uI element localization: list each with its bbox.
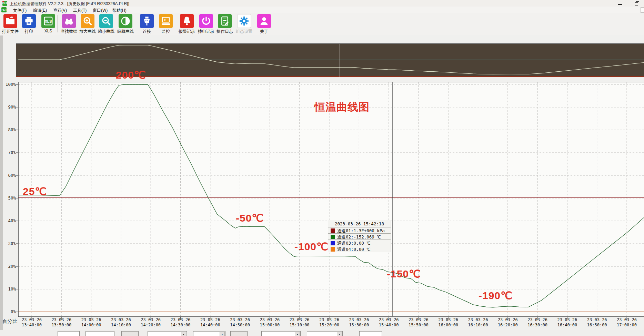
bottom-input-clipped[interactable] <box>359 331 382 336</box>
y-axis-tick-label: 0% <box>3 309 16 314</box>
app-window: PLR 上位机数据管理软件 V2.2.2.3 - [历史数据 [F:\PLR\2… <box>0 0 644 336</box>
about-icon <box>257 14 271 28</box>
x-axis-tick-label: 23-03-2615:30:00 <box>346 317 372 328</box>
toolbar-button-gear[interactable]: 组态设置 <box>234 14 254 34</box>
left-edge-strip <box>0 35 3 330</box>
x-axis-tick-label: 23-03-2614:00:00 <box>78 317 104 328</box>
x-axis-tick-label: 23-03-2615:20:00 <box>316 317 342 328</box>
x-axis-tick-label: 23-03-2616:30:00 <box>524 317 551 328</box>
toolbar-button-about[interactable]: 关于 <box>254 14 274 34</box>
toolbar-button-printer[interactable]: 打印 <box>19 14 39 34</box>
xls-icon: XLS <box>41 14 55 28</box>
y-axis-tick-label: 10% <box>3 286 16 292</box>
window-title: 上位机数据管理软件 V2.2.2.3 - [历史数据 [F:\PLR\23032… <box>10 1 129 7</box>
restore-button[interactable] <box>632 1 641 6</box>
y-axis-tick-label: 20% <box>3 264 16 269</box>
channel-color-swatch <box>331 235 335 239</box>
channel-color-swatch <box>331 228 335 233</box>
bottom-spinner-clipped[interactable]: ▴ <box>307 331 343 336</box>
bottom-input-clipped[interactable] <box>58 331 80 336</box>
toolbar-button-log[interactable]: 操作日志 <box>215 14 234 34</box>
annotation--150: -150℃ <box>387 268 421 280</box>
annotation-25: 25℃ <box>23 185 47 197</box>
bottom-spinner-clipped[interactable]: ▴ <box>193 331 225 336</box>
toolbar-button-power[interactable]: 掉电记录 <box>197 14 216 34</box>
toolbar-label: 操作日志 <box>215 29 234 34</box>
x-axis-tick-label: 23-03-2616:40:00 <box>554 317 580 328</box>
toolbar-label: 放大曲线 <box>78 29 97 34</box>
x-axis-tick-label: 23-03-2613:40:00 <box>19 317 45 328</box>
toolbar-label: 打开文件 <box>1 29 20 34</box>
x-axis-tick-label: 23-03-2615:50:00 <box>405 317 432 328</box>
x-axis-tick-label: 23-03-2616:50:00 <box>584 317 610 328</box>
restore-icon <box>635 2 638 6</box>
annotation-: 恒温曲线图 <box>314 100 370 114</box>
annotation--50: -50℃ <box>236 212 264 224</box>
tooltip-channel-row: 通道03:0.00 ℃ <box>328 240 391 246</box>
spinner-up-icon[interactable]: ▴ <box>220 332 225 336</box>
toolbar-label: 报警记录 <box>177 29 197 34</box>
zoom-out-icon <box>99 14 113 28</box>
y-axis-tick-label: 40% <box>3 218 16 223</box>
x-axis-tick-label: 23-03-2613:50:00 <box>48 317 74 328</box>
toolbar-label: 查找数据 <box>59 29 79 34</box>
x-axis-tick-label: 23-03-2614:30:00 <box>168 317 194 328</box>
toolbar-button-connect[interactable]: 连接 <box>137 14 157 34</box>
y-axis-tick-label: 30% <box>3 241 16 246</box>
data-cursor-tooltip: 2023-03-26 15:42:18 通道01:1.3E+000 kPa通道0… <box>328 220 391 252</box>
gear-icon <box>237 14 251 28</box>
toolbar-label: 缩小曲线 <box>97 29 116 34</box>
y-axis-tick-label: 100% <box>3 82 16 87</box>
toolbar-button-zoom-out[interactable]: 缩小曲线 <box>97 14 116 34</box>
y-axis-tick-label: 90% <box>3 104 16 110</box>
x-axis-tick-label: 23-03-2617:00:00 <box>614 317 640 328</box>
power-icon <box>199 14 213 28</box>
toolbar-label: XLS <box>39 29 58 33</box>
dropdown-arrow-icon[interactable]: ▾ <box>295 332 300 336</box>
toolbar-button-alarm[interactable]: 报警记录 <box>177 14 197 34</box>
toolbar-label: 隐藏曲线 <box>116 29 135 34</box>
x-axis-tick-label: 23-03-2614:20:00 <box>138 317 164 328</box>
title-bar: PLR 上位机数据管理软件 V2.2.2.3 - [历史数据 [F:\PLR\2… <box>0 0 644 7</box>
toolbar-button-hide-curve[interactable]: 隐藏曲线 <box>116 14 135 34</box>
x-axis-tick-label: 23-03-2614:50:00 <box>227 317 253 328</box>
alarm-icon <box>180 14 194 28</box>
channel-color-swatch <box>331 241 335 245</box>
x-axis-tick-label: 23-03-2616:10:00 <box>465 317 491 328</box>
toolbar-separator <box>0 15 0 32</box>
spinner-up-icon[interactable]: ▴ <box>337 332 342 336</box>
minimize-button[interactable] <box>616 1 625 6</box>
toolbar: 打开文件打印XLSXLS查找数据放大曲线缩小曲线隐藏曲线连接监控报警记录掉电记录… <box>0 13 644 35</box>
tooltip-channel-row: 通道02:-152.069 ℃ <box>328 233 391 240</box>
mdi-window-controls-stub <box>641 7 644 13</box>
bottom-dropdown-clipped[interactable]: ▾ <box>261 331 301 336</box>
bottom-dropdown-clipped[interactable]: ▾ <box>148 331 187 336</box>
menu-bar: PLR 文件(F)编辑(E)查看(V)工具(T)窗口(W)帮助(H) <box>0 7 644 13</box>
y-axis-tick-label: 50% <box>3 195 16 201</box>
toolbar-button-xls[interactable]: XLSXLS <box>39 14 58 33</box>
bottom-input-clipped[interactable] <box>85 331 114 336</box>
zoom-in-icon <box>81 14 94 28</box>
annotation--190: -190℃ <box>479 289 513 302</box>
toolbar-button-open-file[interactable]: 打开文件 <box>1 14 20 34</box>
y-axis-unit-label: 百分比 <box>2 318 18 325</box>
x-axis-tick-label: 23-03-2616:20:00 <box>495 317 521 328</box>
y-axis-tick-label: 60% <box>3 173 16 178</box>
toolbar-button-zoom-in[interactable]: 放大曲线 <box>78 14 97 34</box>
bottom-controls-clipped: ▾▴▾▴ <box>0 330 644 336</box>
toolbar-button-monitor[interactable]: 监控 <box>156 14 175 34</box>
open-file-icon <box>3 14 17 28</box>
bottom-btn-clipped[interactable] <box>230 331 248 336</box>
toolbar-label: 掉电记录 <box>197 29 216 34</box>
x-axis-tick-label: 23-03-2614:40:00 <box>197 317 223 328</box>
tooltip-channel-row: 通道04:0.00 ℃ <box>328 246 391 252</box>
toolbar-label: 监控 <box>156 29 175 34</box>
bottom-btn-clipped[interactable] <box>121 331 139 336</box>
app-logo-icon: PLR <box>2 1 7 6</box>
dropdown-arrow-icon[interactable]: ▾ <box>181 332 186 336</box>
toolbar-label: 打印 <box>19 29 39 34</box>
toolbar-separator <box>57 15 58 32</box>
log-icon <box>218 14 232 28</box>
toolbar-button-search-data[interactable]: 查找数据 <box>59 14 79 34</box>
annotation-200: 200℃ <box>116 69 146 81</box>
